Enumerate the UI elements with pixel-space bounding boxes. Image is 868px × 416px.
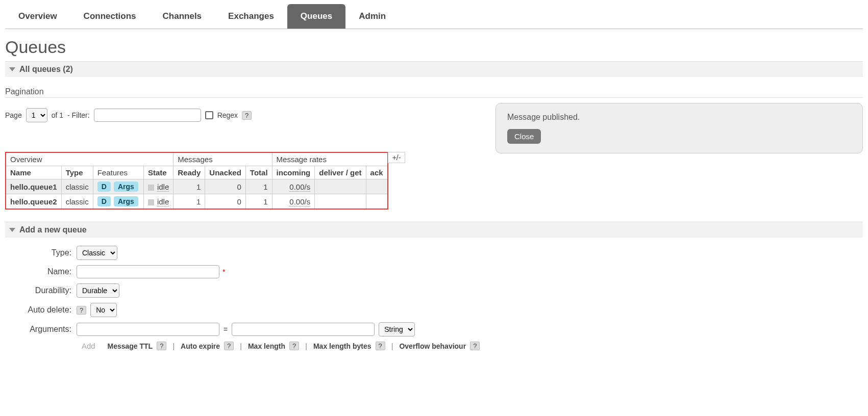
cell-total: 1 xyxy=(245,179,272,194)
queues-table: Overview Messages Message rates Name Typ… xyxy=(5,152,388,210)
type-select[interactable]: Classic xyxy=(77,246,117,260)
cell-unacked: 0 xyxy=(205,179,246,194)
cell-ack xyxy=(366,194,388,210)
cell-features: D Args xyxy=(93,194,143,210)
durability-label: Durability: xyxy=(5,286,77,295)
cell-ready: 1 xyxy=(173,194,205,210)
arg-max-length[interactable]: Max length xyxy=(248,342,285,350)
columns-toggle[interactable]: +/- xyxy=(388,152,406,163)
tab-channels[interactable]: Channels xyxy=(150,4,215,29)
help-overflow[interactable]: ? xyxy=(470,342,480,350)
group-overview: Overview xyxy=(6,152,173,166)
tab-queues[interactable]: Queues xyxy=(287,4,345,29)
badge-args: Args xyxy=(114,196,138,206)
chevron-down-icon xyxy=(9,67,15,71)
argument-value-input[interactable] xyxy=(232,323,375,336)
help-auto-expire[interactable]: ? xyxy=(224,342,234,350)
badge-args: Args xyxy=(114,181,138,192)
name-label: Name: xyxy=(5,267,77,276)
state-icon xyxy=(148,199,154,205)
toast-message: Message published. xyxy=(507,113,851,122)
table-row: hello.queue1 classic D Args idle 1 0 1 0… xyxy=(6,179,388,194)
cell-type: classic xyxy=(61,194,93,210)
page-select[interactable]: 1 xyxy=(26,108,47,122)
table-row: hello.queue2 classic D Args idle 1 0 1 0… xyxy=(6,194,388,210)
col-ack[interactable]: ack xyxy=(366,166,388,179)
help-message-ttl[interactable]: ? xyxy=(157,342,166,350)
durability-select[interactable]: Durable xyxy=(77,283,119,298)
cell-deliver xyxy=(315,194,366,210)
regex-help[interactable]: ? xyxy=(242,111,252,120)
chevron-down-icon xyxy=(9,228,15,232)
pagination-row: Page 1 of 1 - Filter: Regex ? Message pu… xyxy=(5,108,863,122)
cell-features: D Args xyxy=(93,179,143,194)
page-title: Queues xyxy=(5,37,863,57)
all-queues-header[interactable]: All queues (2) xyxy=(5,61,863,77)
all-queues-label: All queues (2) xyxy=(19,65,73,74)
col-state[interactable]: State xyxy=(143,166,173,179)
cell-type: classic xyxy=(61,179,93,194)
auto-delete-help[interactable]: ? xyxy=(77,306,86,315)
cell-total: 1 xyxy=(245,194,272,210)
arg-message-ttl[interactable]: Message TTL xyxy=(107,342,153,350)
help-max-length[interactable]: ? xyxy=(289,342,299,350)
add-queue-label: Add a new queue xyxy=(19,225,87,235)
cell-deliver xyxy=(315,179,366,194)
badge-durable: D xyxy=(97,196,111,206)
cell-unacked: 0 xyxy=(205,194,246,210)
group-rates: Message rates xyxy=(272,152,388,166)
add-label: Add xyxy=(82,342,95,350)
cell-state: idle xyxy=(143,194,173,210)
col-total[interactable]: Total xyxy=(245,166,272,179)
add-queue-header[interactable]: Add a new queue xyxy=(5,222,863,238)
arg-auto-expire[interactable]: Auto expire xyxy=(181,342,220,350)
tab-admin[interactable]: Admin xyxy=(345,4,399,29)
col-name[interactable]: Name xyxy=(6,166,61,179)
auto-delete-label: Auto delete: xyxy=(5,305,77,315)
argument-type-select[interactable]: String xyxy=(379,322,415,336)
arg-overflow[interactable]: Overflow behaviour xyxy=(399,342,466,350)
pagination-label: Pagination xyxy=(5,87,863,98)
page-label: Page xyxy=(5,111,22,119)
arguments-label: Arguments: xyxy=(5,325,77,334)
col-type[interactable]: Type xyxy=(61,166,93,179)
col-features[interactable]: Features xyxy=(93,166,143,179)
auto-delete-select[interactable]: No xyxy=(90,303,117,317)
tab-exchanges[interactable]: Exchanges xyxy=(215,4,287,29)
regex-label: Regex xyxy=(217,111,238,119)
tab-overview[interactable]: Overview xyxy=(5,4,70,29)
close-button[interactable]: Close xyxy=(507,129,541,144)
name-input[interactable] xyxy=(77,265,219,278)
col-deliver[interactable]: deliver / get xyxy=(315,166,366,179)
col-incoming[interactable]: incoming xyxy=(272,166,315,179)
cell-ack xyxy=(366,179,388,194)
col-ready[interactable]: Ready xyxy=(173,166,205,179)
badge-durable: D xyxy=(97,181,111,192)
argument-key-input[interactable] xyxy=(77,323,219,336)
equals-label: = xyxy=(224,325,228,333)
tab-connections[interactable]: Connections xyxy=(70,4,150,29)
filter-input[interactable] xyxy=(94,109,201,122)
queue-name-link[interactable]: hello.queue1 xyxy=(10,183,57,191)
filter-label: - Filter: xyxy=(67,111,90,119)
cell-ready: 1 xyxy=(173,179,205,194)
state-icon xyxy=(148,185,154,191)
page-of: of 1 xyxy=(52,111,63,119)
cell-incoming: 0.00/s xyxy=(272,179,315,194)
main-tabs: Overview Connections Channels Exchanges … xyxy=(5,4,863,29)
cell-incoming: 0.00/s xyxy=(272,194,315,210)
group-messages: Messages xyxy=(173,152,272,166)
required-marker: * xyxy=(222,268,225,276)
col-unacked[interactable]: Unacked xyxy=(205,166,246,179)
toast-notification: Message published. Close xyxy=(495,103,863,153)
queue-name-link[interactable]: hello.queue2 xyxy=(10,197,57,206)
arg-max-length-bytes[interactable]: Max length bytes xyxy=(313,342,371,350)
help-max-length-bytes[interactable]: ? xyxy=(376,342,385,350)
cell-state: idle xyxy=(143,179,173,194)
type-label: Type: xyxy=(5,248,77,257)
regex-checkbox[interactable] xyxy=(205,111,213,119)
